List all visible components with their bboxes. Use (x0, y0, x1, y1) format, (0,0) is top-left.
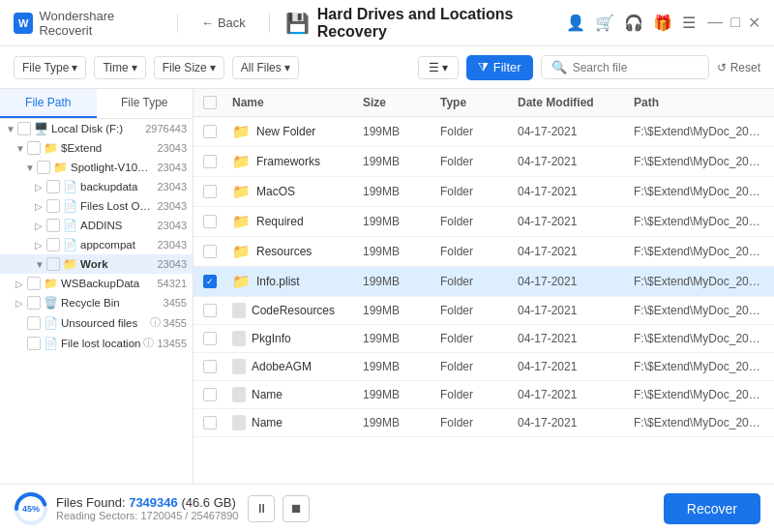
user-icon[interactable]: 👤 (566, 14, 585, 32)
tree-checkbox[interactable] (46, 219, 60, 232)
page-title: Hard Drives and Locations Recovery (317, 6, 567, 41)
row-checkbox[interactable] (203, 360, 217, 373)
filter-button[interactable]: ⧩ Filter (466, 55, 533, 80)
tree-checkbox[interactable] (27, 141, 41, 155)
row-checkbox-col[interactable] (203, 155, 232, 168)
tree-checkbox[interactable] (46, 257, 60, 271)
tree-item-file-lost-location[interactable]: 📄 File lost location ⓘ 13455 (0, 333, 193, 353)
search-input[interactable] (573, 61, 699, 74)
tab-file-path[interactable]: File Path (0, 89, 97, 118)
header-checkbox-col[interactable] (203, 96, 232, 109)
header-path: Path (634, 96, 764, 109)
table-row: 📁MacOS 199MB Folder 04-17-2021 F:\$Exten… (194, 177, 774, 207)
tree-item-local-disk[interactable]: ▼ 🖥️ Local Disk (F:) 2976443 (0, 119, 193, 138)
row-checkbox[interactable] (203, 125, 217, 138)
tree-item-work[interactable]: ▼ 📁 Work 23043 (0, 254, 193, 274)
tree-checkbox[interactable] (46, 199, 60, 213)
menu-settings-icon: ☰ (429, 61, 439, 74)
reset-icon: ↺ (717, 61, 727, 74)
cart-icon[interactable]: 🛒 (595, 14, 614, 32)
row-checkbox[interactable] (203, 416, 217, 429)
file-size-dropdown[interactable]: File Size ▾ (154, 56, 224, 79)
close-button[interactable]: ✕ (748, 14, 760, 32)
all-files-dropdown[interactable]: All Files ▾ (232, 56, 299, 79)
tree-item-spotlight[interactable]: ▼ 📁 Spotlight-V1000... 23043 (0, 158, 193, 177)
menu-settings-button[interactable]: ☰ ▾ (418, 56, 459, 79)
table-body: 📁New Folder 199MB Folder 04-17-2021 F:\$… (194, 117, 774, 484)
drive-icon: 🖥️ (34, 122, 48, 135)
tree-checkbox[interactable] (46, 180, 60, 193)
tree-checkbox[interactable] (27, 337, 41, 350)
time-dropdown[interactable]: Time ▾ (94, 56, 145, 79)
row-checkbox[interactable]: ✓ (203, 275, 217, 288)
filter-icon: ⧩ (478, 60, 489, 75)
row-checkbox[interactable] (203, 332, 217, 345)
file-path: F:\$Extend\MyDoc_2020\MyDoc_2020\M... (634, 388, 764, 401)
row-checkbox[interactable] (203, 215, 217, 228)
gift-icon[interactable]: 🎁 (653, 14, 672, 32)
search-box[interactable]: 🔍 (541, 55, 709, 79)
row-checkbox[interactable] (203, 388, 217, 401)
row-checkbox-col[interactable] (203, 185, 232, 198)
tree-item-count: 13455 (157, 338, 187, 349)
tree-checkbox[interactable] (46, 238, 60, 251)
folder-icon: 📁 (53, 161, 68, 174)
row-checkbox-col[interactable] (203, 304, 232, 317)
stop-button[interactable]: ⏹ (283, 495, 310, 522)
tab-file-type[interactable]: File Type (97, 89, 194, 118)
tree-item-extend[interactable]: ▼ 📁 $Extend 23043 (0, 138, 193, 158)
row-checkbox-col[interactable] (203, 360, 232, 373)
app-logo: W Wondershare Recoverit (14, 9, 162, 38)
back-button[interactable]: ← Back (194, 12, 253, 34)
tree-item-addins[interactable]: ▷ 📄 ADDINS 23043 (0, 216, 193, 235)
tree-checkbox[interactable] (27, 277, 41, 290)
header-checkbox[interactable] (203, 96, 217, 109)
menu-icon[interactable]: ☰ (682, 14, 696, 32)
file-size-label: File Size (163, 61, 207, 74)
row-checkbox-col[interactable] (203, 215, 232, 228)
row-checkbox[interactable] (203, 304, 217, 317)
row-checkbox-col[interactable] (203, 332, 232, 345)
row-checkbox[interactable] (203, 245, 217, 258)
tree-checkbox[interactable] (27, 296, 41, 310)
folder-icon: 📁 (232, 273, 251, 290)
table-row: CodeResources 199MB Folder 04-17-2021 F:… (194, 297, 774, 325)
row-checkbox[interactable] (203, 155, 217, 168)
file-icon (232, 331, 246, 346)
tree-checkbox[interactable] (17, 122, 31, 135)
tree-item-wsbackup[interactable]: ▷ 📁 WSBackupData 54321 (0, 274, 193, 293)
minimize-button[interactable]: — (707, 14, 723, 32)
file-path: F:\$Extend\MyDoc_2020\MyDoc_2020\M... (634, 360, 764, 373)
table-row: 📁Required 199MB Folder 04-17-2021 F:\$Ex… (194, 207, 774, 237)
tree-item-backupdata[interactable]: ▷ 📄 backupdata 23043 (0, 177, 193, 196)
file-type-dropdown[interactable]: File Type ▾ (14, 56, 86, 79)
toolbar-left: File Type ▾ Time ▾ File Size ▾ All Files… (14, 56, 299, 79)
pause-button[interactable]: ⏸ (248, 495, 275, 522)
headset-icon[interactable]: 🎧 (624, 14, 643, 32)
tree-toggle-icon: ▼ (25, 163, 37, 173)
tree-checkbox[interactable] (27, 316, 41, 330)
tree-item-recycle[interactable]: ▷ 🗑️ Recycle Bin 3455 (0, 293, 193, 312)
row-checkbox-col[interactable] (203, 245, 232, 258)
table-row-selected: ✓ 📁Info.plist 199MB Folder 04-17-2021 F:… (194, 267, 774, 297)
row-checkbox[interactable] (203, 185, 217, 198)
tree-item-label: Spotlight-V1000... (71, 162, 154, 173)
reset-button[interactable]: ↺ Reset (717, 61, 760, 74)
file-path: F:\$Extend\MyDoc_2020\MyDoc_2020\M... (634, 275, 764, 288)
tree-item-unsourced[interactable]: 📄 Unsourced files ⓘ 3455 (0, 312, 193, 333)
tree-item-files-lost[interactable]: ▷ 📄 Files Lost Origi... 23043 (0, 196, 193, 216)
row-checkbox-col[interactable] (203, 416, 232, 429)
maximize-button[interactable]: □ (730, 14, 740, 32)
recover-button[interactable]: Recover (664, 493, 760, 524)
tree-checkbox[interactable] (37, 161, 50, 174)
file-name-cell: 📁Resources (232, 243, 363, 260)
file-size: 199MB (363, 185, 440, 198)
file-type: Folder (440, 155, 518, 168)
row-checkbox-col[interactable] (203, 125, 232, 138)
row-checkbox-col[interactable]: ✓ (203, 275, 232, 288)
files-found-label: Files Found: (56, 495, 129, 510)
tree-item-appcompat[interactable]: ▷ 📄 appcompat 23043 (0, 235, 193, 254)
stop-icon: ⏹ (290, 501, 303, 516)
row-checkbox-col[interactable] (203, 388, 232, 401)
file-path: F:\$Extend\MyDoc_2020\MyDoc_2020\M... (634, 125, 764, 138)
